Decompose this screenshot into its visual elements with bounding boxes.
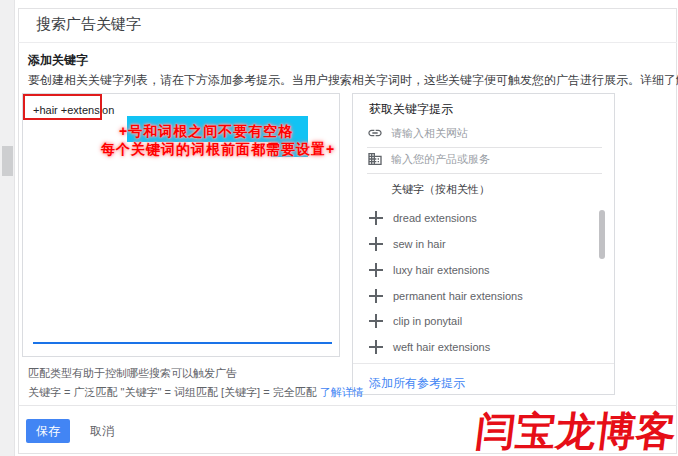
suggestion-keyword: weft hair extensions: [393, 341, 490, 353]
suggestion-keyword: clip in ponytail: [393, 315, 462, 327]
product-input-underline: [367, 173, 602, 174]
save-button[interactable]: 保存: [26, 419, 70, 443]
plus-icon[interactable]: [369, 340, 383, 354]
blog-watermark: 闫宝龙博客: [473, 404, 678, 456]
annotation-line-2: 每个关键词的词根前面都需要设置+: [101, 141, 335, 159]
product-service-input[interactable]: [391, 148, 601, 170]
suggestion-row[interactable]: permanent hair extensions: [353, 286, 601, 310]
title-divider: [18, 42, 677, 43]
match-type-info-line2: 关键字 = 广泛匹配 "关键字" = 词组匹配 [关键字] = 完全匹配 了解详…: [28, 385, 364, 400]
suggestion-keyword: sew in hair: [393, 238, 446, 250]
add-keywords-heading: 添加关键字: [28, 52, 88, 69]
suggestion-keyword: permanent hair extensions: [393, 290, 523, 302]
suggestion-row[interactable]: clip in ponytail: [353, 311, 601, 335]
suggestion-row[interactable]: sew in hair: [353, 234, 601, 258]
suggestion-row[interactable]: luxy hair extensions: [353, 260, 601, 284]
page-scrollbar[interactable]: [0, 0, 15, 456]
match-type-legend: 关键字 = 广泛匹配 "关键字" = 词组匹配 [关键字] = 完全匹配: [28, 386, 320, 398]
storefront-icon: [367, 151, 383, 167]
suggestion-keyword: dread extensions: [393, 212, 477, 224]
annotation-line-1: +号和词根之间不要有空格: [119, 123, 293, 141]
plus-icon[interactable]: [369, 314, 383, 328]
add-all-suggestions-link[interactable]: 添加所有参考提示: [369, 375, 465, 392]
plus-icon[interactable]: [369, 237, 383, 251]
keywords-by-relevance-label: 关键字（按相关性）: [391, 182, 490, 197]
suggestions-scrollbar-thumb[interactable]: [599, 210, 605, 259]
plus-icon[interactable]: [369, 211, 383, 225]
related-website-input[interactable]: [391, 122, 601, 144]
suggestion-row[interactable]: weft hair extensions: [353, 337, 601, 361]
plus-icon[interactable]: [369, 263, 383, 277]
textarea-focus-underline: [33, 342, 332, 344]
suggestion-row[interactable]: dread extensions: [353, 208, 601, 232]
keyword-suggestions-panel: 获取关键字提示 关键字（按相关性） dread extensions sew i…: [352, 93, 615, 395]
product-service-row: [353, 148, 614, 174]
description-body: 要创建相关关键字列表，请在下方添加参考提示。当用户搜索相关字词时，这些关键字便可…: [28, 73, 678, 87]
keywords-dialog-screen: 搜索广告关键字 添加关键字 要创建相关关键字列表，请在下方添加参考提示。当用户搜…: [0, 0, 678, 456]
suggestion-keyword: luxy hair extensions: [393, 264, 490, 276]
dialog-title: 搜索广告关键字: [36, 15, 141, 34]
panel-divider: [353, 363, 614, 364]
related-website-row: [353, 122, 614, 148]
description-text: 要创建相关关键字列表，请在下方添加参考提示。当用户搜索相关字词时，这些关键字便可…: [28, 72, 678, 89]
link-icon: [367, 125, 383, 141]
learn-more-link[interactable]: 了解详情: [320, 386, 364, 398]
page-scrollbar-thumb[interactable]: [2, 146, 13, 176]
match-type-info-line1: 匹配类型有助于控制哪些搜索可以触发广告: [28, 366, 237, 381]
plus-icon[interactable]: [369, 289, 383, 303]
suggestions-panel-title: 获取关键字提示: [369, 101, 453, 118]
cancel-button[interactable]: 取消: [84, 419, 120, 443]
